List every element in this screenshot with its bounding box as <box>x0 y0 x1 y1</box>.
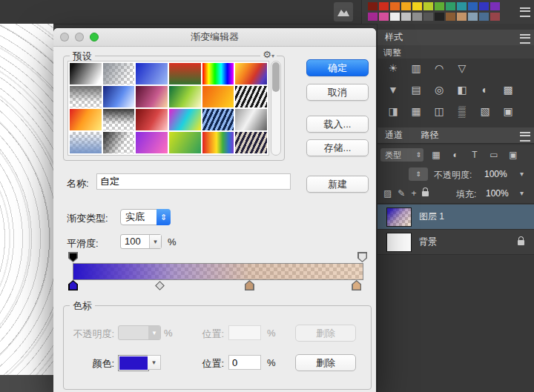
preset-swatch-22[interactable] <box>169 132 201 153</box>
color-swatch-row1-12[interactable] <box>490 2 500 10</box>
color-swatch-row2-9[interactable] <box>457 13 467 21</box>
lock-pixels-icon[interactable]: ✎ <box>398 187 405 200</box>
color-swatch-row2-11[interactable] <box>479 13 489 21</box>
opacity-stop-1[interactable] <box>68 252 78 262</box>
document-canvas[interactable] <box>0 24 53 375</box>
preset-swatch-15[interactable] <box>136 109 168 130</box>
load-button[interactable]: 载入... <box>306 116 369 133</box>
layer-thumbnail[interactable] <box>386 233 412 252</box>
color-stop-1[interactable] <box>68 280 78 290</box>
color-swatch-row1-8[interactable] <box>446 2 455 10</box>
color-swatch-row2-8[interactable] <box>446 13 455 21</box>
hue-saturation-icon[interactable]: ▤ <box>408 82 424 97</box>
preset-swatch-5[interactable] <box>202 63 234 84</box>
opacity-value[interactable]: 100% <box>484 169 507 179</box>
opacity-dropdown-icon[interactable]: ▾ <box>520 170 524 178</box>
preset-swatch-3[interactable] <box>136 63 168 84</box>
preset-swatch-8[interactable] <box>103 86 135 107</box>
pixel-layers-filter-icon[interactable]: ▦ <box>429 148 443 162</box>
histogram-icon[interactable] <box>334 2 353 21</box>
vibrance-icon[interactable]: ▼ <box>385 82 401 97</box>
preset-swatch-23[interactable] <box>202 132 234 153</box>
preset-swatch-6[interactable] <box>235 63 267 84</box>
blend-mode-select[interactable]: ⇕ <box>409 167 428 181</box>
layer-thumbnail[interactable] <box>386 207 412 227</box>
lock-all-icon[interactable] <box>422 191 429 196</box>
styles-panel-menu-icon[interactable] <box>520 34 530 44</box>
color-balance-icon[interactable]: ◎ <box>431 82 447 97</box>
ok-button[interactable]: 确定 <box>306 59 369 76</box>
preset-swatch-2[interactable] <box>103 63 135 84</box>
delete-color-stop-button[interactable]: 删除 <box>295 354 356 371</box>
preset-swatch-12[interactable] <box>235 86 267 107</box>
color-swatch-row1-5[interactable] <box>412 2 422 10</box>
color-swatch-row2-6[interactable] <box>423 13 433 21</box>
midpoint-diamond[interactable] <box>155 281 165 290</box>
stop-color-swatch[interactable] <box>118 355 149 371</box>
color-swatch-row1-2[interactable] <box>379 2 389 10</box>
color-swatch-row1-1[interactable] <box>368 2 378 10</box>
layer-row-2[interactable]: 背景 <box>378 230 534 255</box>
preset-swatch-9[interactable] <box>136 86 168 107</box>
color-swatch-row1-7[interactable] <box>435 2 444 10</box>
dialog-titlebar[interactable]: 渐变编辑器 <box>53 28 376 47</box>
selective-color-icon[interactable]: ▧ <box>477 104 493 119</box>
swatches-panel-menu-icon[interactable] <box>520 7 530 17</box>
color-swatch-row2-7[interactable] <box>435 13 444 21</box>
tab-adjustments[interactable]: 调整 <box>378 47 401 58</box>
color-lookup-icon[interactable]: ▣ <box>500 104 516 119</box>
color-swatch-row2-2[interactable] <box>379 13 389 21</box>
threshold-icon[interactable]: ◫ <box>431 104 447 119</box>
zoom-button[interactable] <box>90 33 99 41</box>
preset-swatch-10[interactable] <box>169 86 201 107</box>
gradient-map-icon[interactable]: ▒ <box>454 104 470 119</box>
tab-paths[interactable]: 路径 <box>413 127 446 143</box>
preset-swatch-14[interactable] <box>103 109 135 130</box>
color-swatch-row1-6[interactable] <box>423 2 433 10</box>
gradient-name-input[interactable] <box>96 173 291 190</box>
photo-filter-icon[interactable]: ◐ <box>477 82 493 97</box>
minimize-button[interactable] <box>75 33 84 41</box>
color-swatch-row2-1[interactable] <box>368 13 378 21</box>
channel-mixer-icon[interactable]: ▩ <box>500 82 516 97</box>
invert-icon[interactable]: ◨ <box>385 104 401 119</box>
preset-swatch-20[interactable] <box>103 132 135 153</box>
lock-transparency-icon[interactable]: ▨ <box>383 187 392 200</box>
brightness-contrast-icon[interactable]: ☀ <box>385 61 401 76</box>
color-swatch-row2-3[interactable] <box>390 13 400 21</box>
exposure-icon[interactable]: ▽ <box>454 61 470 76</box>
smoothness-select[interactable]: 100 ▾ <box>120 234 162 249</box>
adjustment-layers-filter-icon[interactable]: ◐ <box>449 148 462 162</box>
lock-position-icon[interactable]: + <box>411 187 416 200</box>
save-button[interactable]: 存储... <box>306 139 369 156</box>
color-swatch-row2-12[interactable] <box>490 13 500 21</box>
fill-value[interactable]: 100% <box>486 188 509 199</box>
cancel-button[interactable]: 取消 <box>306 84 369 101</box>
black-white-icon[interactable]: ◧ <box>454 82 470 97</box>
channels-panel-menu-icon[interactable] <box>520 132 530 142</box>
preset-swatch-1[interactable] <box>70 63 102 84</box>
new-button[interactable]: 新建 <box>306 176 369 193</box>
gradient-preview-bar[interactable] <box>73 263 363 280</box>
levels-icon[interactable]: ▥ <box>408 61 424 76</box>
layer-row-1[interactable]: 图层 1 <box>378 205 534 230</box>
fill-dropdown-icon[interactable]: ▾ <box>520 189 524 197</box>
scrollbar-thumb[interactable] <box>272 62 280 92</box>
color-swatch-row1-11[interactable] <box>479 2 489 10</box>
color-swatch-row2-4[interactable] <box>401 13 411 21</box>
stop-color-location-input[interactable] <box>228 355 261 370</box>
color-stop-2[interactable] <box>245 280 254 290</box>
color-stop-3[interactable] <box>352 280 361 290</box>
curves-icon[interactable]: ◠ <box>431 61 447 76</box>
color-swatch-row2-5[interactable] <box>412 13 422 21</box>
preset-swatch-19[interactable] <box>70 132 102 153</box>
stop-color-dropdown-icon[interactable]: ▾ <box>148 355 161 370</box>
type-layers-filter-icon[interactable]: T <box>468 148 481 162</box>
preset-scrollbar[interactable] <box>271 61 281 156</box>
preset-swatch-13[interactable] <box>70 109 102 130</box>
close-button[interactable] <box>60 33 69 41</box>
color-swatch-row1-9[interactable] <box>457 2 467 10</box>
preset-options-gear-icon[interactable]: ⚙▾ <box>260 49 277 60</box>
color-swatch-row1-4[interactable] <box>401 2 411 10</box>
tab-styles[interactable]: 样式 <box>378 30 410 45</box>
